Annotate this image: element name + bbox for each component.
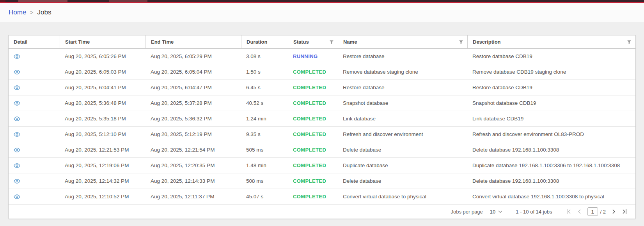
status-cell: COMPLETED [288,80,338,95]
detail-cell [9,64,60,79]
status-cell: RUNNING [288,49,338,64]
end-time-cell: Aug 20, 2025, 12:14:33 PM [145,173,241,189]
status-badge: COMPLETED [293,147,326,153]
pagination-range-label: 1 - 10 of 14 jobs [516,209,552,215]
column-header-label: End Time [151,39,174,45]
start-time-cell: Aug 20, 2025, 5:36:48 PM [60,95,145,111]
status-badge: COMPLETED [293,100,326,106]
end-time-cell: Aug 20, 2025, 6:04:47 PM [145,80,241,95]
description-cell: Refresh and discover environment OL83-PR… [467,127,635,142]
column-header-name[interactable]: Name [338,35,467,48]
top-strip-segment [109,0,147,2]
name-cell: Refresh and discover environment [338,127,467,142]
filter-icon[interactable] [459,40,463,44]
start-time-cell: Aug 20, 2025, 6:05:03 PM [60,64,145,79]
name-cell: Snapshot database [338,95,467,111]
start-time-cell: Aug 20, 2025, 12:14:32 PM [60,173,145,189]
status-cell: COMPLETED [288,95,338,111]
start-time-cell: Aug 20, 2025, 12:19:06 PM [60,158,145,173]
start-time-cell: Aug 20, 2025, 6:04:41 PM [60,80,145,95]
start-time-cell: Aug 20, 2025, 12:10:52 PM [60,189,145,204]
column-header-description[interactable]: Description [467,35,635,48]
start-time-cell: Aug 20, 2025, 6:05:26 PM [60,49,145,64]
description-cell: Duplicate database 192.168.1.100:3306 to… [467,158,635,173]
status-cell: COMPLETED [288,189,338,204]
eye-icon[interactable] [14,85,20,90]
description-cell: Link database CDB19 [467,111,635,126]
last-page-button[interactable] [619,207,629,216]
table-row: Aug 20, 2025, 6:05:26 PMAug 20, 2025, 6:… [9,49,635,64]
table-row: Aug 20, 2025, 12:10:52 PMAug 20, 2025, 1… [9,189,635,205]
start-time-cell: Aug 20, 2025, 5:35:18 PM [60,111,145,126]
chevron-right-icon [612,209,616,214]
column-header-detail[interactable]: Detail [9,35,60,48]
column-header-label: Name [343,39,357,45]
duration-cell: 3.08 s [241,49,288,64]
name-cell: Remove database staging clone [338,64,467,79]
column-header-label: Detail [14,39,27,45]
next-page-button[interactable] [609,207,619,216]
column-header-start-time[interactable]: Start Time [60,35,145,48]
status-badge: RUNNING [293,53,318,59]
duration-cell: 40.52 s [241,95,288,111]
duration-cell: 9.35 s [241,127,288,142]
column-header-status[interactable]: Status [288,35,338,48]
eye-icon[interactable] [14,70,20,74]
start-time-cell: Aug 20, 2025, 12:21:53 PM [60,142,145,157]
description-cell: Remove database CDB19 staging clone [467,64,635,79]
status-cell: COMPLETED [288,142,338,157]
description-cell: Delete database 192.168.1.100:3308 [467,173,635,189]
status-cell: COMPLETED [288,173,338,189]
column-header-label: Description [473,39,501,45]
breadcrumb-home-link[interactable]: Home [9,9,26,16]
name-cell: Convert virtual database to physical [338,189,467,204]
total-pages-label: / 2 [600,209,606,215]
table-header-row: DetailStart TimeEnd TimeDurationStatusNa… [9,35,635,49]
description-cell: Restore database CDB19 [467,80,635,95]
column-header-duration[interactable]: Duration [241,35,288,48]
table-row: Aug 20, 2025, 5:36:48 PMAug 20, 2025, 5:… [9,95,635,111]
filter-icon[interactable] [627,40,632,44]
status-badge: COMPLETED [293,194,326,200]
start-time-cell: Aug 20, 2025, 5:12:10 PM [60,127,145,142]
end-time-cell: Aug 20, 2025, 5:36:32 PM [145,111,241,126]
status-cell: COMPLETED [288,64,338,79]
eye-icon[interactable] [14,163,20,168]
filter-icon[interactable] [329,40,334,44]
description-cell: Snapshot database CDB19 [467,95,635,111]
status-cell: COMPLETED [288,158,338,173]
current-page-input[interactable]: 1 [587,207,598,216]
detail-cell [9,49,60,64]
duration-cell: 1.48 min [241,158,288,173]
browser-top-strip [0,0,644,3]
name-cell: Duplicate database [338,158,467,173]
chevron-left-icon [577,209,581,214]
table-row: Aug 20, 2025, 5:12:10 PMAug 20, 2025, 5:… [9,127,635,142]
eye-icon[interactable] [14,194,20,199]
description-cell: Convert virtual database 192.168.1.100:3… [467,189,635,204]
name-cell: Link database [338,111,467,126]
page-size-select[interactable]: 10 [490,209,502,215]
table-row: Aug 20, 2025, 5:35:18 PMAug 20, 2025, 5:… [9,111,635,127]
eye-icon[interactable] [14,132,20,137]
eye-icon[interactable] [14,148,20,152]
name-cell: Delete database [338,142,467,157]
name-cell: Delete database [338,173,467,189]
previous-page-button[interactable] [574,207,584,216]
name-cell: Restore database [338,49,467,64]
chevron-down-icon [498,210,502,213]
duration-cell: 45.07 s [241,189,288,204]
table-row: Aug 20, 2025, 12:19:06 PMAug 20, 2025, 1… [9,158,635,173]
first-page-button[interactable] [564,207,574,216]
detail-cell [9,158,60,173]
last-page-icon [621,209,627,214]
eye-icon[interactable] [14,54,20,59]
eye-icon[interactable] [14,179,20,184]
eye-icon[interactable] [14,101,20,106]
detail-cell [9,127,60,142]
description-cell: Delete database 192.168.1.100:3308 [467,142,635,157]
end-time-cell: Aug 20, 2025, 12:11:37 PM [145,189,241,204]
breadcrumb-separator: > [30,9,33,16]
column-header-end-time[interactable]: End Time [145,35,241,48]
eye-icon[interactable] [14,117,20,121]
